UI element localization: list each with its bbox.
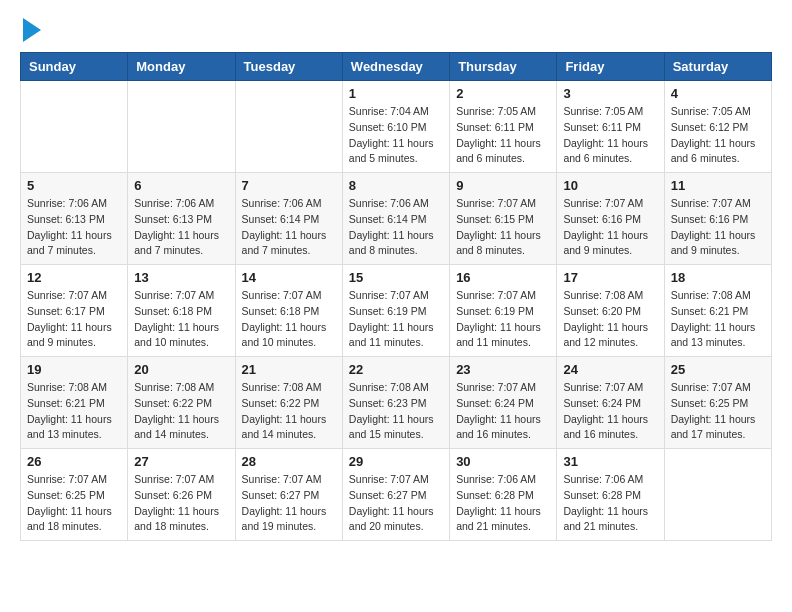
day-info: Sunrise: 7:04 AMSunset: 6:10 PMDaylight:… xyxy=(349,104,443,167)
day-number: 3 xyxy=(563,86,657,101)
calendar-cell: 18Sunrise: 7:08 AMSunset: 6:21 PMDayligh… xyxy=(664,265,771,357)
day-info: Sunrise: 7:07 AMSunset: 6:16 PMDaylight:… xyxy=(671,196,765,259)
day-info: Sunrise: 7:07 AMSunset: 6:19 PMDaylight:… xyxy=(349,288,443,351)
calendar-cell: 5Sunrise: 7:06 AMSunset: 6:13 PMDaylight… xyxy=(21,173,128,265)
day-info: Sunrise: 7:07 AMSunset: 6:27 PMDaylight:… xyxy=(242,472,336,535)
day-info: Sunrise: 7:06 AMSunset: 6:13 PMDaylight:… xyxy=(134,196,228,259)
day-info: Sunrise: 7:07 AMSunset: 6:16 PMDaylight:… xyxy=(563,196,657,259)
day-number: 31 xyxy=(563,454,657,469)
day-number: 29 xyxy=(349,454,443,469)
calendar-cell: 17Sunrise: 7:08 AMSunset: 6:20 PMDayligh… xyxy=(557,265,664,357)
day-info: Sunrise: 7:06 AMSunset: 6:14 PMDaylight:… xyxy=(349,196,443,259)
day-info: Sunrise: 7:05 AMSunset: 6:12 PMDaylight:… xyxy=(671,104,765,167)
day-info: Sunrise: 7:07 AMSunset: 6:18 PMDaylight:… xyxy=(134,288,228,351)
day-info: Sunrise: 7:08 AMSunset: 6:22 PMDaylight:… xyxy=(242,380,336,443)
day-number: 28 xyxy=(242,454,336,469)
day-number: 22 xyxy=(349,362,443,377)
day-number: 4 xyxy=(671,86,765,101)
weekday-header-sunday: Sunday xyxy=(21,53,128,81)
day-number: 26 xyxy=(27,454,121,469)
day-number: 8 xyxy=(349,178,443,193)
day-number: 21 xyxy=(242,362,336,377)
day-info: Sunrise: 7:06 AMSunset: 6:28 PMDaylight:… xyxy=(456,472,550,535)
day-info: Sunrise: 7:07 AMSunset: 6:27 PMDaylight:… xyxy=(349,472,443,535)
day-info: Sunrise: 7:07 AMSunset: 6:24 PMDaylight:… xyxy=(456,380,550,443)
calendar-week-row: 26Sunrise: 7:07 AMSunset: 6:25 PMDayligh… xyxy=(21,449,772,541)
calendar-week-row: 1Sunrise: 7:04 AMSunset: 6:10 PMDaylight… xyxy=(21,81,772,173)
day-info: Sunrise: 7:06 AMSunset: 6:28 PMDaylight:… xyxy=(563,472,657,535)
day-number: 30 xyxy=(456,454,550,469)
calendar-week-row: 19Sunrise: 7:08 AMSunset: 6:21 PMDayligh… xyxy=(21,357,772,449)
calendar-cell: 20Sunrise: 7:08 AMSunset: 6:22 PMDayligh… xyxy=(128,357,235,449)
day-info: Sunrise: 7:07 AMSunset: 6:26 PMDaylight:… xyxy=(134,472,228,535)
day-number: 10 xyxy=(563,178,657,193)
day-number: 17 xyxy=(563,270,657,285)
day-number: 5 xyxy=(27,178,121,193)
day-info: Sunrise: 7:06 AMSunset: 6:13 PMDaylight:… xyxy=(27,196,121,259)
day-number: 12 xyxy=(27,270,121,285)
logo xyxy=(20,20,41,42)
calendar-cell: 14Sunrise: 7:07 AMSunset: 6:18 PMDayligh… xyxy=(235,265,342,357)
day-number: 18 xyxy=(671,270,765,285)
day-number: 9 xyxy=(456,178,550,193)
calendar-cell xyxy=(21,81,128,173)
weekday-header-saturday: Saturday xyxy=(664,53,771,81)
calendar-cell: 26Sunrise: 7:07 AMSunset: 6:25 PMDayligh… xyxy=(21,449,128,541)
day-info: Sunrise: 7:07 AMSunset: 6:25 PMDaylight:… xyxy=(671,380,765,443)
calendar-cell: 24Sunrise: 7:07 AMSunset: 6:24 PMDayligh… xyxy=(557,357,664,449)
calendar-cell: 9Sunrise: 7:07 AMSunset: 6:15 PMDaylight… xyxy=(450,173,557,265)
day-number: 1 xyxy=(349,86,443,101)
calendar-table: SundayMondayTuesdayWednesdayThursdayFrid… xyxy=(20,52,772,541)
calendar-cell: 13Sunrise: 7:07 AMSunset: 6:18 PMDayligh… xyxy=(128,265,235,357)
day-number: 13 xyxy=(134,270,228,285)
calendar-cell: 27Sunrise: 7:07 AMSunset: 6:26 PMDayligh… xyxy=(128,449,235,541)
day-info: Sunrise: 7:07 AMSunset: 6:18 PMDaylight:… xyxy=(242,288,336,351)
weekday-header-thursday: Thursday xyxy=(450,53,557,81)
calendar-cell: 2Sunrise: 7:05 AMSunset: 6:11 PMDaylight… xyxy=(450,81,557,173)
calendar-cell: 25Sunrise: 7:07 AMSunset: 6:25 PMDayligh… xyxy=(664,357,771,449)
day-info: Sunrise: 7:07 AMSunset: 6:24 PMDaylight:… xyxy=(563,380,657,443)
day-number: 16 xyxy=(456,270,550,285)
calendar-header-row: SundayMondayTuesdayWednesdayThursdayFrid… xyxy=(21,53,772,81)
calendar-cell xyxy=(128,81,235,173)
calendar-cell: 28Sunrise: 7:07 AMSunset: 6:27 PMDayligh… xyxy=(235,449,342,541)
calendar-cell: 11Sunrise: 7:07 AMSunset: 6:16 PMDayligh… xyxy=(664,173,771,265)
calendar-cell: 3Sunrise: 7:05 AMSunset: 6:11 PMDaylight… xyxy=(557,81,664,173)
day-number: 2 xyxy=(456,86,550,101)
calendar-cell: 19Sunrise: 7:08 AMSunset: 6:21 PMDayligh… xyxy=(21,357,128,449)
weekday-header-tuesday: Tuesday xyxy=(235,53,342,81)
calendar-cell: 31Sunrise: 7:06 AMSunset: 6:28 PMDayligh… xyxy=(557,449,664,541)
day-info: Sunrise: 7:05 AMSunset: 6:11 PMDaylight:… xyxy=(456,104,550,167)
day-number: 25 xyxy=(671,362,765,377)
day-info: Sunrise: 7:08 AMSunset: 6:21 PMDaylight:… xyxy=(27,380,121,443)
calendar-cell xyxy=(235,81,342,173)
day-number: 6 xyxy=(134,178,228,193)
weekday-header-wednesday: Wednesday xyxy=(342,53,449,81)
day-number: 11 xyxy=(671,178,765,193)
calendar-cell xyxy=(664,449,771,541)
day-info: Sunrise: 7:07 AMSunset: 6:17 PMDaylight:… xyxy=(27,288,121,351)
day-number: 15 xyxy=(349,270,443,285)
calendar-cell: 22Sunrise: 7:08 AMSunset: 6:23 PMDayligh… xyxy=(342,357,449,449)
page-header xyxy=(20,20,772,42)
calendar-cell: 1Sunrise: 7:04 AMSunset: 6:10 PMDaylight… xyxy=(342,81,449,173)
day-info: Sunrise: 7:08 AMSunset: 6:22 PMDaylight:… xyxy=(134,380,228,443)
calendar-week-row: 5Sunrise: 7:06 AMSunset: 6:13 PMDaylight… xyxy=(21,173,772,265)
day-number: 19 xyxy=(27,362,121,377)
day-info: Sunrise: 7:07 AMSunset: 6:19 PMDaylight:… xyxy=(456,288,550,351)
day-info: Sunrise: 7:08 AMSunset: 6:23 PMDaylight:… xyxy=(349,380,443,443)
day-info: Sunrise: 7:08 AMSunset: 6:21 PMDaylight:… xyxy=(671,288,765,351)
day-info: Sunrise: 7:08 AMSunset: 6:20 PMDaylight:… xyxy=(563,288,657,351)
day-number: 20 xyxy=(134,362,228,377)
day-number: 24 xyxy=(563,362,657,377)
calendar-cell: 21Sunrise: 7:08 AMSunset: 6:22 PMDayligh… xyxy=(235,357,342,449)
day-number: 7 xyxy=(242,178,336,193)
weekday-header-friday: Friday xyxy=(557,53,664,81)
calendar-cell: 8Sunrise: 7:06 AMSunset: 6:14 PMDaylight… xyxy=(342,173,449,265)
day-number: 14 xyxy=(242,270,336,285)
day-info: Sunrise: 7:06 AMSunset: 6:14 PMDaylight:… xyxy=(242,196,336,259)
weekday-header-monday: Monday xyxy=(128,53,235,81)
logo-arrow-icon xyxy=(23,18,41,42)
calendar-cell: 16Sunrise: 7:07 AMSunset: 6:19 PMDayligh… xyxy=(450,265,557,357)
calendar-cell: 6Sunrise: 7:06 AMSunset: 6:13 PMDaylight… xyxy=(128,173,235,265)
